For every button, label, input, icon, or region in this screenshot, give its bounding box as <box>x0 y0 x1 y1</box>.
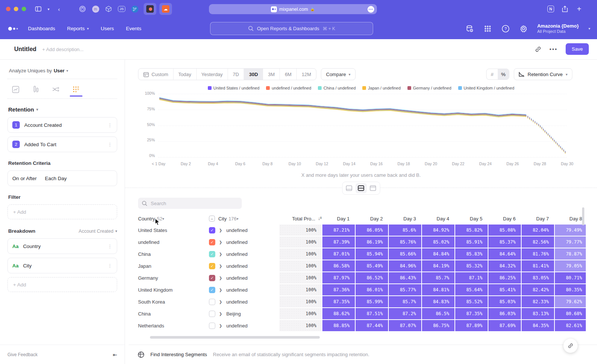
row-country-cell[interactable]: United Kingdom <box>138 284 208 295</box>
retention-value-cell[interactable]: 82.56% <box>522 236 554 248</box>
retention-value-cell[interactable]: 79.05% <box>555 260 586 272</box>
row-country-cell[interactable]: China <box>138 308 208 319</box>
retention-value-cell[interactable]: 85.66% <box>389 248 421 260</box>
filter-add-button[interactable]: + Add <box>7 204 117 219</box>
analyze-uniques-value[interactable]: User <box>54 68 65 73</box>
row-city-cell[interactable]: ❯Beijing <box>209 308 279 319</box>
retention-value-cell[interactable]: 86.05% <box>356 225 388 236</box>
back-icon[interactable]: ‹ <box>54 4 64 14</box>
share-icon[interactable] <box>560 4 570 14</box>
expand-row-icon[interactable]: ❯ <box>219 264 222 268</box>
row-country-cell[interactable]: Japan <box>138 260 208 272</box>
retention-value-cell[interactable]: 88.85% <box>322 320 355 331</box>
day-column-header[interactable]: Day 3 <box>389 213 421 224</box>
retention-value-cell[interactable]: 85.6% <box>389 225 421 236</box>
retention-value-cell[interactable]: 86.25% <box>488 272 521 283</box>
retention-value-cell[interactable]: 86.75% <box>422 320 454 331</box>
expand-row-icon[interactable]: ❯ <box>219 252 222 256</box>
nav-item-users[interactable]: Users <box>101 26 114 31</box>
row-country-cell[interactable]: undefined <box>138 236 208 248</box>
range-7d[interactable]: 7D <box>228 69 244 80</box>
table-view-button[interactable] <box>368 183 379 193</box>
row-checkbox-checked[interactable]: ✓ <box>209 227 215 233</box>
breakdown-scope[interactable]: Account Created▾ <box>79 229 117 234</box>
retention-value-cell[interactable]: 80.71% <box>555 272 586 283</box>
retention-value-cell[interactable]: 81.76% <box>522 248 554 260</box>
retention-value-cell[interactable]: 83.05% <box>522 272 554 283</box>
retention-value-cell[interactable]: 87.07% <box>389 320 421 331</box>
retention-value-cell[interactable]: 78.87% <box>555 248 586 260</box>
legend-item[interactable]: Germany / undefined <box>407 86 451 90</box>
retention-value-cell[interactable]: 85.7% <box>389 296 421 307</box>
retention-value-cell[interactable]: 85.52% <box>455 296 488 307</box>
retention-value-cell[interactable]: 86.43% <box>389 272 421 283</box>
retention-value-cell[interactable]: 79.49% <box>555 225 586 236</box>
retention-value-cell[interactable]: 87.69% <box>488 320 521 331</box>
retention-value-cell[interactable]: 86.58% <box>322 260 355 272</box>
retention-value-cell[interactable]: 85.7% <box>422 272 454 283</box>
retention-value-cell[interactable]: 85.76% <box>389 236 421 248</box>
row-city-cell[interactable]: ❯undefined <box>209 320 279 331</box>
global-search[interactable]: Open Reports & Dashboards ⌘ + K <box>210 22 373 35</box>
tab-flows[interactable] <box>49 83 63 96</box>
patreon-icon[interactable] <box>144 3 156 15</box>
chart-type-button[interactable]: Retention Curve▾ <box>514 68 572 80</box>
range-12m[interactable]: 12M <box>296 69 316 80</box>
retention-value-cell[interactable]: 82.42% <box>522 284 554 295</box>
zoom-window-button[interactable] <box>22 7 26 11</box>
retention-value-cell[interactable]: 84.92% <box>422 225 454 236</box>
tab-retention[interactable] <box>69 83 84 96</box>
retention-step-card[interactable]: 1Account Created⋮ <box>7 117 117 133</box>
retention-value-cell[interactable]: 87.97% <box>322 272 355 283</box>
criteria-on-or-after[interactable]: On or After <box>12 176 37 181</box>
legend-item[interactable]: undefined / undefined <box>266 86 311 90</box>
retention-value-cell[interactable]: 84.19% <box>422 260 454 272</box>
retention-value-cell[interactable]: 86.19% <box>356 236 388 248</box>
legend-item[interactable]: United States / undefined <box>208 86 260 90</box>
chart-view-button[interactable] <box>344 183 355 193</box>
cube-icon[interactable] <box>103 4 114 14</box>
onepassword-icon[interactable] <box>77 4 88 14</box>
tab-funnels[interactable] <box>28 83 43 96</box>
row-checkbox-checked[interactable]: ✓ <box>209 287 215 293</box>
retention-value-cell[interactable]: 85.91% <box>455 236 488 248</box>
legend-item[interactable]: United Kingdom / undefined <box>458 86 515 90</box>
expand-row-icon[interactable]: ❯ <box>219 240 222 244</box>
retention-value-cell[interactable]: 85.83% <box>455 248 488 260</box>
url-more-icon[interactable]: ••• <box>368 6 374 13</box>
row-country-cell[interactable]: Germany <box>138 272 208 283</box>
nav-item-dashboards[interactable]: Dashboards <box>28 26 55 31</box>
sidebar-toggle-icon[interactable] <box>33 4 43 14</box>
retention-value-cell[interactable]: 84.64% <box>488 248 521 260</box>
help-icon[interactable]: ? <box>501 25 510 33</box>
retention-value-cell[interactable]: 85.64% <box>455 284 488 295</box>
minimize-window-button[interactable] <box>14 7 18 11</box>
range-6m[interactable]: 6M <box>279 69 296 80</box>
retention-value-cell[interactable]: 84.83% <box>422 296 454 307</box>
retention-value-cell[interactable]: 84.32% <box>488 260 521 272</box>
settings-gear-icon[interactable] <box>519 25 528 33</box>
retention-value-cell[interactable]: 85.32% <box>455 260 488 272</box>
retention-value-cell[interactable]: 85.94% <box>356 248 388 260</box>
retention-value-cell[interactable]: 86.03% <box>488 308 521 319</box>
expand-row-icon[interactable]: ❯ <box>219 228 222 232</box>
close-window-button[interactable] <box>6 7 10 11</box>
address-bar[interactable]: mixpanel.com 🔒 ••• <box>209 4 377 14</box>
retention-value-cell[interactable]: 87.35% <box>455 308 488 319</box>
expand-row-icon[interactable]: ❯ <box>219 312 222 316</box>
more-options-icon[interactable]: ••• <box>550 46 558 52</box>
step-event-label[interactable]: Account Created <box>24 122 62 128</box>
row-city-cell[interactable]: ✓❯undefined <box>209 272 279 283</box>
retention-value-cell[interactable]: 85.02% <box>422 236 454 248</box>
apps-grid-icon[interactable] <box>484 25 492 33</box>
retention-value-cell[interactable]: 85.08% <box>488 225 521 236</box>
tab-insights[interactable] <box>8 83 23 96</box>
retention-value-cell[interactable]: 82.33% <box>522 296 554 307</box>
retention-value-cell[interactable]: 79.77% <box>555 236 586 248</box>
row-checkbox-checked[interactable]: ✓ <box>209 263 215 269</box>
retention-value-cell[interactable]: 85.49% <box>356 260 388 272</box>
step-menu-icon[interactable]: ⋮ <box>107 142 112 147</box>
row-city-cell[interactable]: ✓❯undefined <box>209 260 279 272</box>
retention-step-card[interactable]: 2Added To Cart⋮ <box>7 136 117 152</box>
legend-item[interactable]: China / undefined <box>318 86 356 90</box>
